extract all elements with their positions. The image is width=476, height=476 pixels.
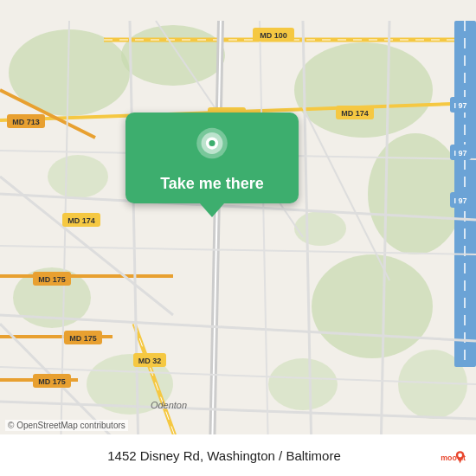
moovit-logo: moovit — [438, 441, 466, 469]
popup-box: Take me there — [125, 113, 299, 203]
svg-text:MD 175: MD 175 — [38, 275, 66, 284]
svg-text:I 97: I 97 — [453, 149, 466, 158]
address-text: 1452 Disney Rd, Washington / Baltimore — [10, 448, 438, 463]
svg-text:MD 713: MD 713 — [12, 118, 40, 126]
svg-point-2 — [294, 42, 433, 138]
svg-point-3 — [368, 133, 463, 254]
map-svg: MD 100 MD 174 MD 174 MD 174 MD 175 MD 17… — [0, 0, 476, 476]
svg-text:MD 174: MD 174 — [341, 109, 369, 118]
svg-point-1 — [121, 25, 225, 86]
svg-point-67 — [209, 140, 215, 146]
svg-text:MD 32: MD 32 — [138, 357, 162, 365]
svg-point-4 — [312, 254, 433, 358]
svg-point-7 — [268, 358, 338, 410]
map-container: MD 100 MD 174 MD 174 MD 174 MD 175 MD 17… — [0, 0, 476, 476]
svg-text:I 97: I 97 — [453, 196, 466, 205]
svg-text:MD 175: MD 175 — [69, 334, 97, 343]
take-me-there-popup[interactable]: Take me there — [125, 113, 299, 217]
location-pin-icon — [191, 126, 233, 168]
svg-text:MD 174: MD 174 — [68, 216, 95, 225]
svg-line-34 — [260, 21, 268, 455]
svg-point-10 — [294, 211, 346, 246]
moovit-icon: moovit — [438, 441, 466, 469]
info-bar: 1452 Disney Rd, Washington / Baltimore m… — [0, 434, 476, 476]
copyright-notice: © OpenStreetMap contributors — [5, 420, 128, 431]
svg-point-72 — [458, 453, 462, 458]
svg-text:MD 175: MD 175 — [38, 377, 66, 386]
svg-text:MD 100: MD 100 — [260, 31, 287, 40]
popup-arrow — [200, 203, 224, 217]
svg-text:Odenton: Odenton — [151, 400, 187, 410]
take-me-there-button[interactable]: Take me there — [160, 175, 264, 193]
svg-text:I 97: I 97 — [453, 101, 466, 110]
svg-point-9 — [48, 155, 108, 198]
